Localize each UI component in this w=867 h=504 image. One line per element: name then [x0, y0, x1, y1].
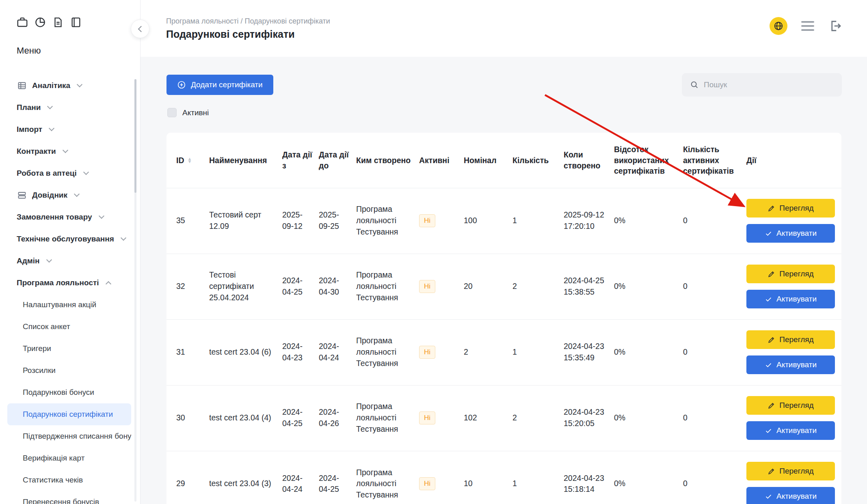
cell-id: 35 [166, 188, 209, 254]
pencil-icon [768, 205, 775, 212]
chevron-down-icon [47, 103, 53, 109]
column-created-at: Коли створено [564, 133, 614, 188]
sidebar-item-admin[interactable]: Адмін [0, 250, 140, 272]
sidebar-item-label: Довідник [32, 191, 67, 200]
header-actions [770, 17, 843, 35]
page-title: Подарункові сертифікати [166, 28, 295, 40]
sidebar-subitem-receipt-statistics[interactable]: Статистика чеків [7, 469, 131, 491]
sidebar-top-icons [0, 0, 140, 28]
activate-button[interactable]: Активувати [746, 421, 835, 440]
sidebar-item-import[interactable]: Імпорт [0, 118, 140, 140]
sidebar-item-loyalty-program[interactable]: Програма лояльності [0, 272, 140, 294]
chevron-down-icon [99, 213, 104, 219]
page-header: Програма лояльності / Подарункові сертиф… [141, 0, 867, 57]
breadcrumb[interactable]: Програма лояльності / Подарункові сертиф… [166, 17, 330, 26]
check-icon [765, 427, 772, 435]
cell-quantity: 2 [512, 385, 564, 451]
cell-percent-used: 0% [614, 385, 683, 451]
hamburger-menu-button[interactable] [801, 19, 814, 32]
sidebar-subitem-triggers[interactable]: Тригери [7, 338, 131, 360]
pie-chart-icon[interactable] [34, 16, 46, 28]
cell-percent-used: 0% [614, 254, 683, 319]
column-date-to: Дата дії до [319, 133, 356, 188]
sidebar-item-analytics[interactable]: Аналітика [0, 75, 140, 97]
cell-date-from: 2024-04-25 [282, 385, 319, 451]
sidebar-subitem-card-verification[interactable]: Верифікація карт [7, 447, 131, 469]
view-button[interactable]: Перегляд [746, 265, 835, 283]
activate-button[interactable]: Активувати [746, 290, 835, 308]
sidebar-item-directory[interactable]: Довідник [0, 184, 140, 206]
status-badge: Ні [419, 411, 435, 424]
sidebar-item-label: Адмін [17, 256, 40, 265]
view-button[interactable]: Перегляд [746, 396, 835, 415]
table-header-row: ID ▲▼ Найменування Дата дії з Дата дії д… [166, 133, 841, 188]
column-quantity: Кількість [512, 133, 564, 188]
check-icon [765, 295, 772, 303]
cell-active-count: 0 [683, 188, 746, 254]
document-icon[interactable] [52, 16, 64, 28]
sidebar-menu: Аналітика Плани Імпорт Контракти Робота … [0, 75, 140, 504]
sidebar-item-contracts[interactable]: Контракти [0, 140, 140, 162]
activate-button[interactable]: Активувати [746, 224, 835, 243]
sidebar-item-label: Технічне обслуговування [17, 235, 114, 243]
table-row: 30 test cert 23.04 (4) 2024-04-25 2024-0… [166, 385, 841, 451]
chevron-down-icon [121, 235, 126, 241]
sidebar-collapse-button[interactable] [131, 19, 149, 38]
table-row: 29 test cert 23.04 (3) 2024-04-24 2024-0… [166, 451, 841, 504]
book-icon[interactable] [70, 16, 82, 28]
subitem-label: Список анкет [23, 322, 70, 331]
table-row: 32 Тестові сертифікати 25.04.2024 2024-0… [166, 254, 841, 319]
sidebar-subitem-gift-bonuses[interactable]: Подарункові бонуси [7, 381, 131, 403]
active-filter-checkbox[interactable] [167, 108, 177, 117]
cell-created-at: 2024-04-25 15:38:55 [564, 254, 614, 319]
search-input[interactable] [704, 80, 834, 89]
cell-date-to: 2024-04-30 [319, 254, 356, 319]
chevron-down-icon [83, 169, 89, 175]
sort-icon[interactable]: ▲▼ [188, 157, 192, 163]
sidebar-item-goods-order[interactable]: Замовлення товару [0, 206, 140, 228]
sidebar-item-maintenance[interactable]: Технічне обслуговування [0, 228, 140, 250]
view-button[interactable]: Перегляд [746, 462, 835, 480]
cell-created-at: 2025-09-12 17:20:10 [564, 188, 614, 254]
sidebar-item-plans[interactable]: Плани [0, 97, 140, 118]
chevron-down-icon [77, 82, 82, 87]
sidebar-subitem-questionnaires[interactable]: Список анкет [7, 316, 131, 338]
sidebar-item-pharmacy-work[interactable]: Робота в аптеці [0, 162, 140, 184]
cell-quantity: 1 [512, 188, 564, 254]
activate-button[interactable]: Активувати [746, 355, 835, 374]
cell-date-to: 2024-04-25 [319, 451, 356, 504]
activate-button[interactable]: Активувати [746, 487, 835, 504]
search-icon [690, 80, 699, 89]
cell-percent-used: 0% [614, 451, 683, 504]
check-icon [765, 361, 772, 369]
briefcase-icon[interactable] [16, 16, 28, 28]
search-box [682, 73, 842, 97]
check-icon [765, 493, 772, 500]
cell-active: Ні [419, 188, 464, 254]
status-badge: Ні [419, 280, 435, 293]
sidebar-scrollbar-thumb[interactable] [134, 79, 136, 193]
sidebar-subitem-bonus-writeoff-confirm[interactable]: Підтвердження списання бону... [7, 425, 131, 447]
table-row: 31 test cert 23.04 (6) 2024-04-23 2024-0… [166, 319, 841, 385]
chevron-down-icon [49, 125, 54, 131]
view-button[interactable]: Перегляд [746, 199, 835, 218]
check-icon [765, 230, 772, 237]
plus-circle-icon [177, 80, 186, 89]
sidebar-subitem-bonus-transfer[interactable]: Перенесення бонусів [7, 491, 131, 504]
sidebar-subitem-gift-certificates[interactable]: Подарункові сертифікати [7, 403, 131, 425]
language-button[interactable] [770, 17, 787, 35]
sidebar-subitem-mailings[interactable]: Розсилки [7, 360, 131, 381]
cell-created-at: 2024-04-23 15:35:49 [564, 319, 614, 385]
add-certificates-button[interactable]: Додати сертифікати [166, 75, 273, 95]
sidebar-item-label: Робота в аптеці [17, 169, 77, 178]
status-badge: Ні [419, 477, 435, 490]
cell-nominal: 10 [464, 451, 512, 504]
subitem-label: Тригери [23, 344, 51, 353]
view-button[interactable]: Перегляд [746, 330, 835, 349]
sidebar-item-label: Аналітика [32, 81, 70, 90]
sidebar-item-label: Замовлення товару [17, 213, 92, 222]
sidebar-subitem-promo-settings[interactable]: Налаштування акцій [7, 294, 131, 316]
cell-created-by: Програма лояльності Тестування [356, 385, 419, 451]
column-active-count: Кількість активних сертифікатів [683, 133, 746, 188]
logout-button[interactable] [828, 19, 843, 33]
